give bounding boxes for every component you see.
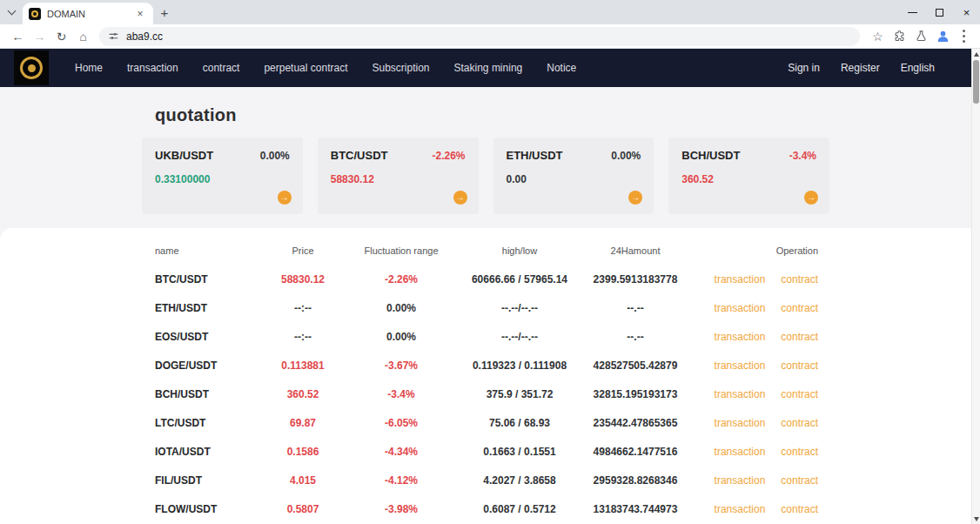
- scroll-up-icon[interactable]: [972, 49, 980, 59]
- ticker-pair: BCH/USDT: [681, 149, 740, 162]
- nav-item[interactable]: Notice: [534, 62, 588, 74]
- header-name: name: [155, 245, 251, 256]
- nav-item[interactable]: Staking mining: [442, 62, 535, 74]
- transaction-link[interactable]: transaction: [715, 302, 766, 314]
- row-price: 58830.12: [251, 273, 355, 286]
- maximize-button[interactable]: [926, 0, 953, 24]
- ticker-change: -2.26%: [432, 150, 465, 162]
- main-nav: Home transaction contract perpetual cont…: [63, 62, 588, 74]
- contract-link[interactable]: contract: [781, 359, 818, 372]
- arrow-right-icon: →: [631, 193, 640, 202]
- row-price: 4.015: [251, 474, 355, 487]
- transaction-link[interactable]: transaction: [715, 417, 766, 429]
- ticker-change: 0.00%: [611, 150, 641, 162]
- row-pair-name: BTC/USDT: [155, 273, 251, 286]
- auth-link[interactable]: Register: [830, 62, 890, 74]
- forward-button[interactable]: →: [29, 26, 50, 47]
- url-text: aba9.cc: [126, 30, 163, 43]
- nav-item[interactable]: Home: [63, 62, 115, 74]
- auth-nav: Sign in Register English: [777, 62, 945, 74]
- site-settings-icon[interactable]: [108, 30, 119, 42]
- row-operations: transaction contract: [679, 503, 818, 515]
- ticker-arrow-button[interactable]: →: [453, 191, 467, 205]
- reload-button[interactable]: ↻: [50, 26, 72, 47]
- tab-title: DOMAIN: [47, 9, 127, 19]
- nav-item[interactable]: perpetual contract: [252, 62, 359, 74]
- ticker-arrow-button[interactable]: →: [804, 191, 818, 205]
- transaction-link[interactable]: transaction: [715, 273, 766, 286]
- ticker-pair: ETH/USDT: [507, 149, 563, 162]
- row-24h-amount: 4984662.1477516: [592, 446, 679, 458]
- ticker-card[interactable]: BCH/USDT -3.4% 360.52 →: [668, 138, 829, 214]
- contract-link[interactable]: contract: [781, 446, 818, 458]
- site-header: Home transaction contract perpetual cont…: [0, 49, 980, 87]
- row-24h-amount: 13183743.744973: [592, 503, 679, 515]
- home-button[interactable]: ⌂: [72, 26, 94, 47]
- row-pair-name: LTC/USDT: [155, 417, 251, 429]
- site-logo[interactable]: [14, 50, 49, 85]
- back-button[interactable]: ←: [7, 26, 29, 47]
- ticker-card[interactable]: UKB/USDT 0.00% 0.33100000 →: [142, 138, 303, 214]
- profile-avatar-icon[interactable]: [932, 26, 954, 47]
- window-controls: ×: [899, 0, 980, 24]
- contract-link[interactable]: contract: [781, 302, 818, 314]
- auth-link[interactable]: English: [890, 62, 945, 74]
- ticker-arrow-button[interactable]: →: [278, 191, 292, 205]
- row-operations: transaction contract: [679, 302, 818, 314]
- labs-beaker-icon[interactable]: [910, 26, 932, 47]
- minimize-button[interactable]: [899, 0, 926, 24]
- contract-link[interactable]: contract: [781, 503, 818, 515]
- contract-link[interactable]: contract: [781, 273, 818, 286]
- row-24h-amount: 2959328.8268346: [592, 474, 679, 487]
- ticker-card[interactable]: BTC/USDT -2.26% 58830.12 →: [318, 138, 479, 214]
- auth-link[interactable]: Sign in: [777, 62, 830, 74]
- transaction-link[interactable]: transaction: [715, 331, 766, 343]
- page-scrollbar[interactable]: [971, 49, 980, 524]
- arrow-right-icon: →: [456, 193, 465, 202]
- row-high-low: --.--/--.--: [447, 302, 592, 314]
- table-row: IOTA/USDT 0.1586 -4.34% 0.1663 / 0.1551 …: [155, 437, 818, 466]
- nav-item[interactable]: Subscription: [359, 62, 441, 74]
- nav-item[interactable]: transaction: [115, 62, 191, 74]
- minimize-icon: [908, 12, 917, 13]
- bookmark-star-icon[interactable]: ☆: [867, 26, 889, 47]
- contract-link[interactable]: contract: [781, 331, 818, 343]
- contract-link[interactable]: contract: [781, 474, 818, 487]
- row-operations: transaction contract: [679, 359, 818, 372]
- page-title: quotation: [0, 87, 980, 125]
- transaction-link[interactable]: transaction: [715, 503, 766, 515]
- market-table: name Price Fluctuation range high/low 24…: [155, 240, 818, 524]
- table-row: ETH/USDT --:-- 0.00% --.--/--.-- --.-- t…: [155, 293, 818, 322]
- browser-tab[interactable]: DOMAIN ×: [23, 3, 153, 24]
- row-24h-amount: 428527505.42879: [592, 359, 679, 372]
- ticker-arrow-button[interactable]: →: [628, 191, 642, 205]
- contract-link[interactable]: contract: [781, 388, 818, 400]
- ticker-card[interactable]: ETH/USDT 0.00% 0.00 →: [493, 138, 654, 214]
- scroll-down-icon[interactable]: [972, 514, 980, 524]
- row-price: 360.52: [251, 388, 355, 400]
- row-high-low: 60666.66 / 57965.14: [447, 273, 592, 286]
- nav-item[interactable]: contract: [191, 62, 252, 74]
- new-tab-button[interactable]: +: [153, 1, 176, 24]
- row-high-low: 0.1663 / 0.1551: [447, 446, 592, 458]
- close-button[interactable]: ×: [953, 0, 980, 24]
- transaction-link[interactable]: transaction: [715, 446, 766, 458]
- transaction-link[interactable]: transaction: [715, 388, 766, 400]
- row-24h-amount: 235442.47865365: [592, 417, 679, 429]
- browser-menu-icon[interactable]: [954, 26, 973, 47]
- row-pair-name: EOS/USDT: [155, 331, 251, 343]
- tab-close-icon[interactable]: ×: [133, 7, 147, 21]
- scrollbar-thumb[interactable]: [973, 60, 979, 104]
- header-24h-amount: 24Hamount: [592, 245, 679, 256]
- contract-link[interactable]: contract: [781, 417, 818, 429]
- ticker-price: 360.52: [681, 173, 816, 185]
- address-bar[interactable]: aba9.cc: [99, 27, 860, 46]
- table-row: FLOW/USDT 0.5807 -3.98% 0.6087 / 0.5712 …: [155, 494, 818, 523]
- extensions-puzzle-icon[interactable]: [889, 26, 910, 47]
- ticker-price: 58830.12: [331, 173, 466, 185]
- transaction-link[interactable]: transaction: [715, 359, 766, 372]
- tab-search-button[interactable]: [0, 0, 23, 24]
- row-high-low: 75.06 / 68.93: [447, 417, 592, 429]
- arrow-right-icon: →: [807, 193, 816, 202]
- transaction-link[interactable]: transaction: [715, 474, 766, 487]
